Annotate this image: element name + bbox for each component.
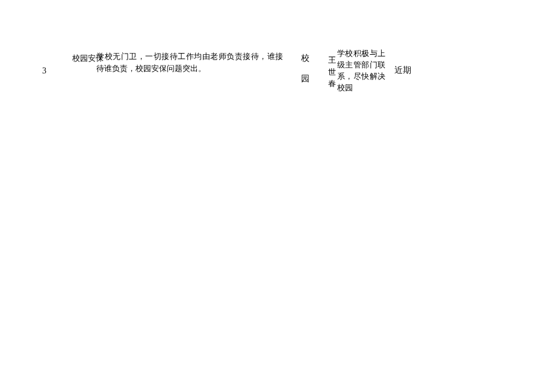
cell-dept: 校 园: [283, 48, 307, 89]
cell-time: 近期: [385, 48, 422, 76]
dept-line1: 校: [301, 48, 307, 69]
description-value: 学校无门卫，一切接待工作均由老师负责接待，谁接待谁负责，校园安保问题突出。: [96, 52, 283, 73]
cell-category: 校园安保: [42, 48, 96, 64]
cell-description: 学校无门卫，一切接待工作均由老师负责接待，谁接待谁负责，校园安保问题突出。: [96, 48, 283, 74]
cell-action: 学校积极与上级主管部门联系，尽快解决校园: [331, 48, 385, 93]
action-value: 学校积极与上级主管部门联系，尽快解决校园: [337, 49, 385, 92]
cell-index: 3: [0, 48, 42, 76]
time-value: 近期: [394, 66, 411, 75]
table-row: 3 校园安保 学校无门卫，一切接待工作均由老师负责接待，谁接待谁负责，校园安保问…: [0, 0, 554, 93]
cell-person: 王 世 春: [307, 48, 331, 90]
index-value: 3: [42, 66, 46, 75]
dept-line2: 园: [301, 69, 307, 89]
